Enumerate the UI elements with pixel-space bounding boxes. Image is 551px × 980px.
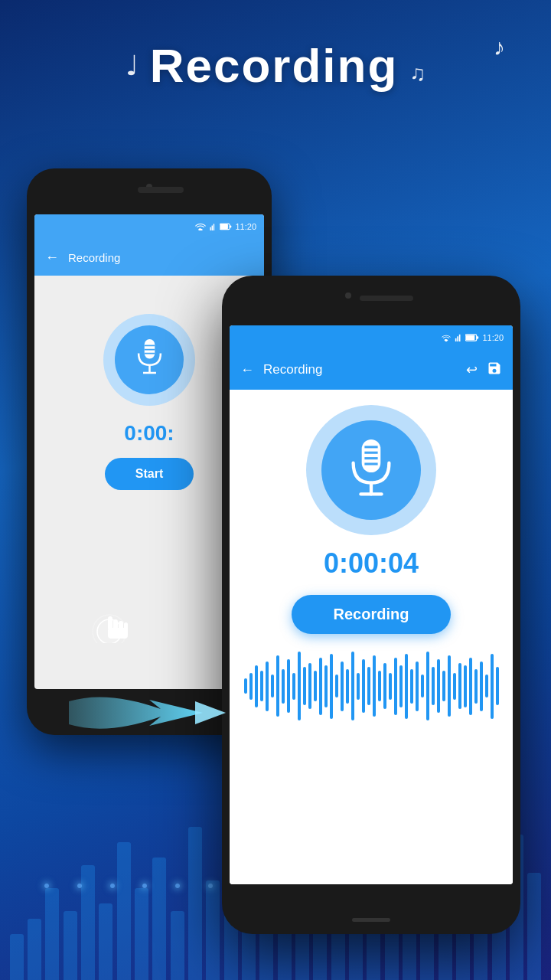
- back-start-button[interactable]: Start: [105, 458, 194, 490]
- back-status-time: 11:20: [235, 222, 256, 231]
- wave-bar: [432, 667, 435, 705]
- wave-bar: [260, 671, 263, 701]
- back-phone-speaker: [138, 187, 184, 193]
- eq-bar: [171, 911, 184, 980]
- front-phone-home: [352, 918, 390, 922]
- front-back-arrow[interactable]: ←: [240, 362, 254, 378]
- wave-bar: [491, 654, 494, 719]
- front-phone-camera: [345, 292, 351, 299]
- svg-rect-24: [466, 335, 474, 341]
- mic-svg: [344, 439, 398, 501]
- svg-rect-1: [212, 226, 213, 230]
- wave-bar: [346, 669, 349, 704]
- svg-rect-26: [362, 439, 381, 472]
- wave-bar: [271, 675, 274, 697]
- back-timer: 0:00:: [124, 421, 174, 446]
- eq-bar: [206, 880, 220, 980]
- eq-bar: [28, 919, 41, 980]
- wave-bar: [426, 652, 429, 720]
- main-title: Recording: [150, 38, 399, 93]
- wave-bar: [469, 658, 472, 715]
- back-mic-svg: [132, 339, 167, 381]
- back-wifi-icon: [195, 223, 206, 230]
- svg-rect-5: [230, 226, 232, 228]
- save-icon[interactable]: [487, 361, 502, 379]
- waveform-display: [230, 648, 513, 724]
- wave-bar: [448, 655, 451, 717]
- wave-bar: [464, 665, 467, 707]
- wave-bar: [485, 675, 488, 697]
- front-phone-screen: 11:20 ← Recording ↩: [230, 325, 513, 884]
- wave-bar: [399, 665, 403, 707]
- wave-bar: [394, 658, 397, 715]
- back-battery-icon: [220, 223, 232, 230]
- status-icons: 11:20: [441, 333, 504, 342]
- svg-marker-19: [195, 701, 226, 724]
- wave-bar: [362, 659, 365, 713]
- eq-bar: [81, 865, 95, 980]
- wave-bar: [249, 673, 253, 700]
- recording-button[interactable]: Recording: [292, 595, 452, 634]
- eq-bar: [10, 934, 24, 980]
- wave-bar: [421, 675, 424, 697]
- wave-bar: [324, 665, 328, 707]
- svg-rect-22: [459, 335, 461, 341]
- wave-bar: [378, 671, 381, 701]
- svg-rect-20: [455, 338, 457, 341]
- timer-display: 0:00:04: [324, 547, 419, 580]
- wave-bar: [298, 652, 301, 720]
- wave-bar: [389, 673, 392, 700]
- music-note-left: ♩: [126, 50, 139, 82]
- eq-bar: [135, 888, 148, 980]
- wifi-icon: [441, 334, 452, 341]
- wave-bar: [303, 667, 306, 705]
- eq-bar: [152, 858, 166, 980]
- mic-outer-circle: [306, 405, 436, 535]
- svg-rect-21: [458, 336, 459, 341]
- wave-bar: [453, 673, 456, 700]
- eq-bar: [117, 842, 131, 980]
- wave-bar: [437, 659, 440, 713]
- signal-icon: [455, 334, 462, 341]
- wave-bar: [410, 669, 413, 704]
- wave-bar: [474, 669, 478, 704]
- phone-front: 11:20 ← Recording ↩: [222, 276, 520, 934]
- undo-icon[interactable]: ↩: [466, 361, 478, 378]
- svg-rect-25: [477, 336, 478, 338]
- music-note-right: ♫: [409, 61, 425, 86]
- wave-bar: [480, 662, 483, 711]
- wave-bar: [496, 667, 499, 705]
- wave-bar: [319, 658, 322, 715]
- front-status-bar: 11:20: [230, 325, 513, 350]
- bg-dot: [77, 884, 82, 888]
- wave-bar: [442, 671, 445, 701]
- bg-dot: [44, 884, 49, 888]
- back-mic-outer-circle: [103, 314, 195, 406]
- wave-bar: [335, 675, 338, 697]
- bg-dot: [208, 884, 213, 888]
- front-main-content: 0:00:04 Recording: [230, 390, 513, 884]
- wave-bar: [367, 667, 370, 705]
- front-status-time: 11:20: [482, 333, 504, 342]
- eq-bar: [188, 827, 202, 980]
- eq-bar: [99, 903, 112, 980]
- wave-bar: [373, 655, 376, 717]
- back-signal-icon: [209, 223, 217, 230]
- wave-bar: [405, 654, 408, 719]
- svg-rect-18: [108, 628, 128, 639]
- eq-bar: [527, 873, 541, 980]
- wave-bar: [357, 673, 360, 700]
- wave-bar: [292, 673, 295, 700]
- wave-bar: [383, 663, 386, 709]
- front-phone-speaker: [360, 296, 413, 301]
- mic-inner-circle: [321, 420, 421, 520]
- svg-rect-0: [210, 227, 211, 230]
- front-appbar[interactable]: ← Recording ↩: [230, 350, 513, 390]
- wave-bar: [458, 663, 461, 709]
- wave-bar: [351, 652, 354, 720]
- back-mic-inner-circle: [115, 325, 184, 394]
- eq-bar: [64, 911, 77, 980]
- back-back-arrow[interactable]: ←: [45, 250, 59, 266]
- svg-rect-2: [214, 224, 214, 230]
- bg-dot: [142, 884, 147, 888]
